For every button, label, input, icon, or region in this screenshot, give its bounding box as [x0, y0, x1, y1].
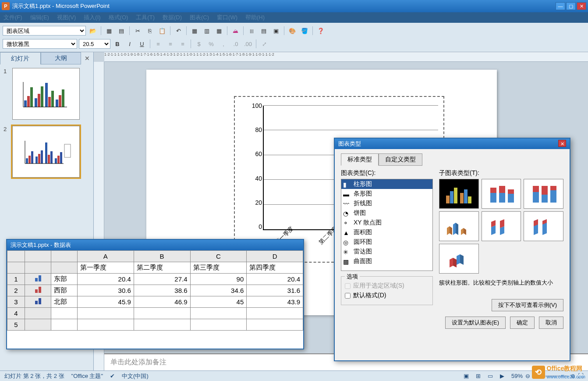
percent-icon[interactable]: % [206, 39, 216, 49]
subtype-clustered-column[interactable] [439, 179, 479, 209]
data-table-icon[interactable]: ▦ [104, 25, 114, 36]
chart-type-dialog: 图表类型 ✕ 标准类型 自定义类型 图表类型(C): ▮柱形图▬条形图〰折线图◔… [334, 138, 570, 361]
tab-custom-types[interactable]: 自定义类型 [379, 153, 422, 166]
titlebar: P 演示文稿1.pptx - Microsoft PowerPoint — ▢ … [0, 0, 588, 12]
chart-type-item[interactable]: ◎圆环图 [341, 237, 432, 247]
svg-rect-22 [50, 151, 53, 164]
tab-slides[interactable]: 幻灯片 [0, 52, 41, 64]
legend-icon[interactable]: ▣ [271, 25, 281, 36]
menu-window[interactable]: 窗口(W) [217, 14, 237, 21]
menu-data[interactable]: 数据(D) [163, 14, 182, 21]
paste-icon[interactable]: 📋 [157, 25, 167, 36]
by-column-icon[interactable]: ▥ [202, 25, 212, 36]
chart-area-combo[interactable]: 图表区域 [3, 26, 86, 36]
data-grid-icon[interactable]: ▤ [116, 25, 127, 36]
cancel-button[interactable]: 取消 [539, 317, 563, 329]
underline-button[interactable]: U [137, 39, 147, 49]
decrease-decimal-icon[interactable]: .00 [243, 39, 253, 49]
app-icon: P [2, 2, 10, 10]
reading-view-icon[interactable]: ▭ [488, 373, 493, 379]
format-object-icon[interactable]: 📂 [88, 25, 98, 36]
category-axis-icon[interactable]: ⫼ [246, 25, 257, 36]
table-icon[interactable]: ▦ [214, 25, 224, 36]
chart-type-item[interactable]: ▲面积图 [341, 228, 432, 237]
align-left-icon[interactable]: ≡ [153, 39, 163, 49]
copy-icon[interactable]: ⎘ [145, 25, 155, 36]
subtype-3d-clustered-column[interactable] [439, 211, 479, 241]
font-combo[interactable]: 微软雅黑 [3, 39, 77, 49]
increase-decimal-icon[interactable]: .0 [230, 39, 241, 49]
menu-help[interactable]: 帮助(H) [245, 14, 265, 21]
font-size-combo[interactable]: 20.5 [79, 39, 110, 49]
maximize-button[interactable]: ▢ [566, 2, 576, 10]
datasheet-grid[interactable]: AB CD 第一季度第二季度 第三季度第四季度 1东部20.427.49020.… [7, 250, 303, 331]
panel-close-button[interactable]: ✕ [81, 52, 93, 64]
menu-file[interactable]: 文件(F) [4, 14, 22, 21]
dialog-title: 图表类型 ✕ [335, 139, 570, 149]
italic-button[interactable]: I [124, 39, 135, 49]
subtype-3d-100-stacked-column[interactable] [524, 211, 563, 241]
by-row-icon[interactable]: ▦ [189, 25, 200, 36]
language-status[interactable]: 中文(中国) [122, 372, 149, 380]
svg-rect-24 [57, 156, 60, 164]
menu-edit[interactable]: 编辑(E) [30, 14, 49, 21]
align-center-icon[interactable]: ≡ [165, 39, 176, 49]
zoom-out-button[interactable]: ⊖ [525, 373, 530, 379]
menu-format[interactable]: 格式(O) [109, 14, 128, 21]
menu-insert[interactable]: 插入(I) [84, 14, 100, 21]
chart-type-item[interactable]: 〰折线图 [341, 199, 432, 208]
chart-type-item[interactable]: ✳雷达图 [341, 247, 432, 256]
menu-view[interactable]: 视图(V) [57, 14, 76, 21]
minimize-button[interactable]: — [556, 2, 565, 10]
subtype-100-stacked-column[interactable] [524, 179, 563, 209]
cut-icon[interactable]: ✂ [132, 25, 143, 36]
slideshow-view-icon[interactable]: ▶ [500, 373, 504, 379]
chart-type-icon[interactable]: ⛰ [230, 25, 241, 36]
svg-rect-6 [45, 83, 48, 107]
subtype-stacked-column[interactable] [482, 179, 521, 209]
value-axis-icon[interactable]: ▤ [259, 25, 269, 36]
help-icon[interactable]: ❓ [315, 25, 326, 36]
svg-rect-32 [460, 193, 464, 203]
angle-text-icon[interactable]: ⤢ [259, 39, 269, 49]
chart-type-item[interactable]: ◔饼图 [341, 208, 432, 218]
svg-rect-33 [464, 189, 468, 203]
chart-type-item[interactable]: ⚬XY 散点图 [341, 218, 432, 228]
sorter-view-icon[interactable]: ⊞ [476, 373, 481, 379]
drawing-icon[interactable]: 🎨 [287, 25, 298, 36]
undo-icon[interactable]: ↶ [173, 25, 184, 36]
bold-button[interactable]: B [112, 39, 123, 49]
chart-type-item[interactable]: ▮柱形图 [341, 179, 432, 189]
set-default-button[interactable]: 设置为默认图表(E) [445, 317, 506, 329]
tab-outline[interactable]: 大纲 [41, 52, 81, 64]
svg-rect-11 [62, 89, 64, 107]
fill-color-icon[interactable]: 🪣 [299, 25, 310, 36]
zoom-level[interactable]: 59% [511, 373, 523, 379]
menu-chart[interactable]: 图表(C) [190, 14, 209, 21]
menu-tools[interactable]: 工具(T) [136, 14, 155, 21]
subtype-3d-column[interactable] [439, 244, 479, 274]
default-format-checkbox[interactable] [345, 293, 351, 299]
datasheet-window[interactable]: 演示文稿1.pptx - 数据表 AB CD 第一季度第二季度 第三季度第四季度… [6, 239, 304, 349]
spellcheck-icon[interactable]: ✔ [110, 373, 115, 379]
tab-standard-types[interactable]: 标准类型 [341, 153, 379, 166]
chart-type-item[interactable]: ▬条形图 [341, 189, 432, 199]
svg-marker-64 [460, 254, 464, 265]
chart-type-list[interactable]: ▮柱形图▬条形图〰折线图◔饼图⚬XY 散点图▲面积图◎圆环图✳雷达图▩曲面图 [341, 179, 433, 271]
svg-rect-28 [64, 144, 71, 157]
currency-icon[interactable]: $ [194, 39, 204, 49]
svg-rect-30 [450, 191, 453, 203]
thumbnail-2[interactable]: 2 [4, 126, 90, 178]
comma-icon[interactable]: , [218, 39, 229, 49]
dialog-close-button[interactable]: ✕ [558, 140, 566, 147]
svg-rect-19 [41, 150, 43, 164]
chart-type-item[interactable]: ▩曲面图 [341, 256, 432, 266]
thumbnail-1[interactable]: 1 [4, 68, 90, 120]
close-button[interactable]: ✕ [577, 2, 586, 10]
normal-view-icon[interactable]: ▣ [464, 373, 469, 379]
align-right-icon[interactable]: ≡ [177, 39, 188, 49]
subtype-3d-stacked-column[interactable] [482, 211, 521, 241]
sample-button[interactable]: 按下不放可查看示例(V) [492, 299, 563, 311]
mini-chart-icon [20, 136, 72, 167]
ok-button[interactable]: 确定 [510, 317, 535, 329]
